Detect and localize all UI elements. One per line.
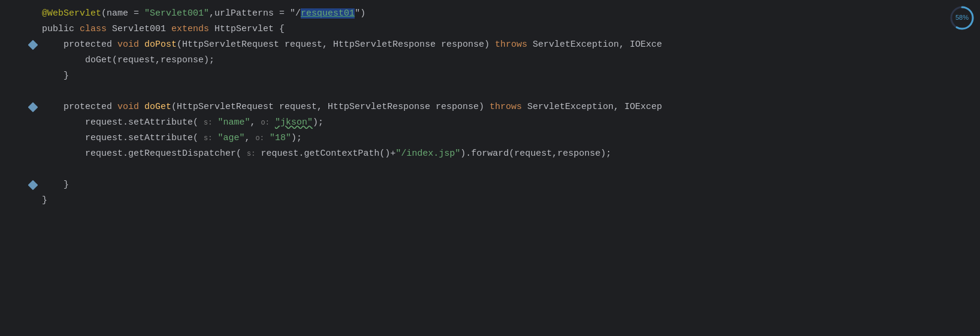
token: throws — [495, 40, 533, 50]
code-editor: @WebServlet(name = "Servlet001",urlPatte… — [0, 0, 980, 336]
code-lines: @WebServlet(name = "Servlet001",urlPatte… — [0, 6, 980, 208]
token: response — [435, 102, 479, 112]
token: ).forward(request,response); — [461, 149, 612, 159]
code-content-line13: } — [42, 193, 47, 208]
line-line8: request.setAttribute( s: "name", o: "jks… — [24, 115, 980, 131]
code-content-line12: } — [42, 178, 69, 192]
token: resquest01 — [301, 8, 355, 19]
token: "/index.jsp" — [396, 149, 461, 159]
breakpoint-icon — [28, 180, 38, 190]
token: } — [42, 195, 47, 205]
token: Servlet001 — [112, 24, 171, 34]
token: ) — [479, 102, 489, 112]
token: ) — [484, 40, 495, 50]
token: "jkson" — [275, 117, 313, 128]
token: , — [250, 117, 261, 128]
line-line3: protected void doPost(HttpServletRequest… — [24, 37, 980, 53]
line-line4: doGet(request,response); — [24, 53, 980, 68]
token: ,urlPatterns = "/ — [209, 8, 301, 19]
gutter-line8 — [24, 115, 42, 131]
token: extends — [171, 24, 214, 34]
token: request.getRequestDispatcher( — [85, 149, 247, 159]
token: response — [441, 40, 484, 50]
gutter-line12 — [24, 177, 42, 193]
token: } — [63, 71, 69, 81]
line-line10: request.getRequestDispatcher( s: request… — [24, 146, 980, 162]
token: , HttpServletResponse — [322, 40, 441, 50]
token: "18" — [270, 133, 291, 143]
token: doGet — [144, 102, 171, 112]
code-content-line7: protected void doGet(HttpServletRequest … — [42, 100, 662, 114]
gutter-line2 — [24, 22, 42, 37]
token: void — [117, 40, 144, 50]
token: ") — [355, 8, 365, 19]
token: class — [80, 24, 112, 34]
line-line5: } — [24, 68, 980, 84]
gutter-line1 — [24, 6, 42, 22]
progress-indicator: 58% — [949, 5, 975, 31]
token: protected — [63, 102, 117, 112]
line-line9: request.setAttribute( s: "age", o: "18")… — [24, 131, 980, 146]
code-content-line3: protected void doPost(HttpServletRequest… — [42, 38, 662, 52]
token: } — [63, 180, 69, 190]
line-line6 — [24, 84, 980, 99]
code-content-line5: } — [42, 69, 69, 83]
token — [270, 117, 275, 128]
token: "Servlet001" — [144, 8, 209, 19]
code-content-line2: public class Servlet001 extends HttpServ… — [42, 22, 285, 37]
token: o: — [261, 119, 270, 127]
gutter-line5 — [24, 68, 42, 84]
gutter-line6 — [24, 84, 42, 99]
token: ServletException, IOExcep — [527, 102, 662, 112]
token: , HttpServletResponse — [317, 102, 435, 112]
token: ServletException, IOExce — [533, 40, 662, 50]
token: o: — [256, 134, 264, 143]
token: "age" — [217, 133, 244, 143]
gutter-line7 — [24, 99, 42, 115]
token: "name" — [217, 117, 250, 128]
token: request.getContextPath()+ — [255, 149, 395, 159]
breakpoint-icon — [28, 102, 38, 113]
token: request — [285, 40, 322, 50]
token: ); — [291, 133, 302, 143]
token: , — [245, 133, 256, 143]
gutter-line11 — [24, 162, 42, 177]
token: protected — [63, 40, 117, 50]
line-line13: } — [24, 193, 980, 208]
token: throws — [489, 102, 527, 112]
token: ); — [313, 117, 323, 128]
token: void — [117, 102, 144, 112]
token: s: — [204, 134, 212, 143]
code-content-line10: request.getRequestDispatcher( s: request… — [42, 147, 612, 161]
token — [264, 133, 270, 143]
code-content-line9: request.setAttribute( s: "age", o: "18")… — [42, 131, 302, 146]
code-content-line4: doGet(request,response); — [42, 53, 214, 68]
token: request.setAttribute( — [85, 117, 204, 128]
line-line1: @WebServlet(name = "Servlet001",urlPatte… — [24, 6, 980, 22]
token: (HttpServletRequest — [177, 40, 285, 50]
token: request.setAttribute( — [85, 133, 204, 143]
token: doGet(request,response); — [85, 55, 214, 65]
token: (HttpServletRequest — [171, 102, 279, 112]
token: s: — [204, 119, 212, 127]
code-content-line8: request.setAttribute( s: "name", o: "jks… — [42, 116, 323, 130]
line-line2: public class Servlet001 extends HttpServ… — [24, 22, 980, 37]
progress-label: 58% — [955, 13, 969, 23]
gutter-line4 — [24, 53, 42, 68]
line-line11 — [24, 162, 980, 177]
gutter-line10 — [24, 146, 42, 162]
token: public — [42, 24, 80, 34]
token: doPost — [144, 40, 177, 50]
token: s: — [247, 150, 255, 158]
token: request — [279, 102, 317, 112]
gutter-line13 — [24, 193, 42, 208]
token: (name = — [101, 8, 144, 19]
breakpoint-icon — [28, 40, 38, 50]
gutter-line3 — [24, 37, 42, 53]
code-content-line1: @WebServlet(name = "Servlet001",urlPatte… — [42, 7, 365, 21]
gutter-line9 — [24, 131, 42, 146]
line-line7: protected void doGet(HttpServletRequest … — [24, 99, 980, 115]
token: HttpServlet { — [214, 24, 285, 34]
token: @WebServlet — [42, 8, 101, 19]
line-line12: } — [24, 177, 980, 193]
